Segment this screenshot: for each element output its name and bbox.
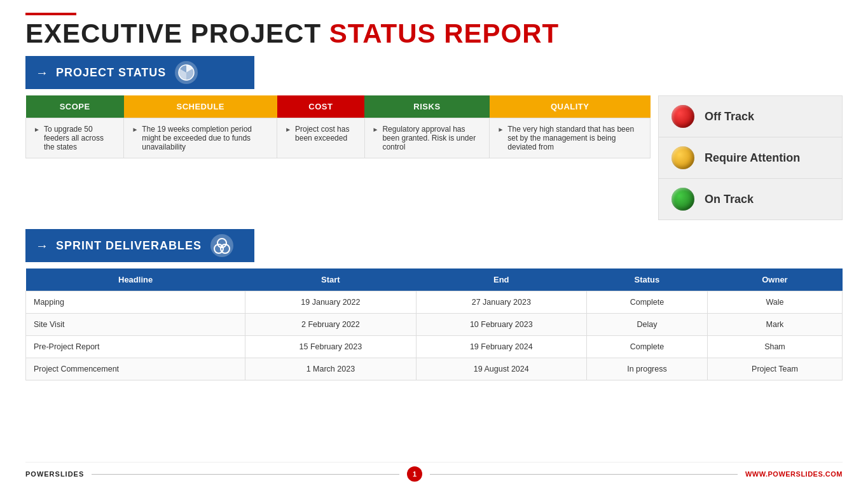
quality-text: The very high standard that has been set…: [507, 125, 642, 151]
legend-off-track-label: Off Track: [705, 110, 754, 123]
status-table: SCOPE SCHEDULE COST RISKS QUALITY ► To u…: [25, 95, 651, 158]
sprint-row: Pre-Project Report15 February 202319 Feb…: [26, 336, 843, 358]
quality-bullet: ► The very high standard that has been s…: [497, 125, 642, 151]
scope-bullet: ► To upgrade 50 feeders all across the s…: [34, 125, 116, 151]
sprint-cell-status: Complete: [586, 336, 707, 358]
pie-chart-icon-container: [175, 61, 198, 84]
red-line: [25, 13, 76, 15]
title-red: STATUS REPORT: [329, 18, 559, 48]
footer: POWERSLIDES 1 WWW.POWERSLIDES.COM: [25, 462, 843, 482]
sprint-cell-owner: Sham: [707, 336, 842, 358]
status-area: SCOPE SCHEDULE COST RISKS QUALITY ► To u…: [25, 95, 843, 220]
sprint-cell-status: Delay: [586, 314, 707, 336]
cost-cell: ► Project cost has been exceeded: [277, 118, 364, 158]
bullet-arrow-4: ►: [373, 126, 379, 133]
scope-text: To upgrade 50 feeders all across the sta…: [44, 125, 116, 151]
risks-bullet: ► Regulatory approval has been granted. …: [373, 125, 482, 151]
sprint-cell-owner: Wale: [707, 291, 842, 314]
legend-require-attention-label: Require Attention: [705, 151, 800, 165]
dot-red: [672, 105, 694, 128]
trinity-icon: [213, 237, 231, 254]
cost-bullet: ► Project cost has been exceeded: [285, 125, 356, 143]
main-title: EXECUTIVE PROJECT STATUS REPORT: [25, 19, 843, 48]
sprint-deliverables-header: → SPRINT DELIVERABLES: [25, 229, 254, 262]
schedule-text: The 19 weeks completion period might be …: [142, 125, 269, 151]
col-risks: RISKS: [364, 95, 490, 118]
sprint-cell-start: 15 February 2023: [245, 336, 416, 358]
sprint-cell-status: Complete: [586, 291, 707, 314]
dot-green: [672, 188, 694, 211]
legend-on-track: On Track: [659, 179, 842, 220]
sprint-row: Mapping19 January 202227 January 2023Com…: [26, 291, 843, 314]
bullet-arrow: ►: [34, 126, 40, 133]
col-schedule: SCHEDULE: [124, 95, 277, 118]
footer-page: 1: [407, 466, 422, 482]
sprint-cell-end: 19 February 2024: [416, 336, 586, 358]
scope-cell: ► To upgrade 50 feeders all across the s…: [26, 118, 124, 158]
schedule-bullet: ► The 19 weeks completion period might b…: [132, 125, 269, 151]
sprint-deliverables-title: SPRINT DELIVERABLES: [56, 239, 202, 253]
sprint-arrow-icon: →: [36, 239, 48, 253]
sprint-cell-end: 10 February 2023: [416, 314, 586, 336]
col-cost: COST: [277, 95, 364, 118]
title-black: EXECUTIVE PROJECT: [25, 18, 329, 48]
footer-line-right: [430, 474, 738, 475]
col-quality: QUALITY: [490, 95, 651, 118]
footer-left: POWERSLIDES: [25, 470, 84, 478]
sprint-cell-end: 19 August 2024: [416, 358, 586, 380]
sprint-col-status: Status: [586, 268, 707, 291]
sprint-cell-headline: Project Commencement: [26, 358, 245, 380]
sprint-col-start: Start: [245, 268, 416, 291]
sprint-cell-start: 19 January 2022: [245, 291, 416, 314]
sprint-table: Headline Start End Status Owner Mapping1…: [25, 268, 843, 380]
page-wrapper: EXECUTIVE PROJECT STATUS REPORT → PROJEC…: [0, 0, 868, 488]
footer-right: WWW.POWERSLIDES.COM: [745, 470, 843, 478]
header-section: EXECUTIVE PROJECT STATUS REPORT: [25, 13, 843, 48]
sprint-cell-owner: Mark: [707, 314, 842, 336]
arrow-icon: →: [36, 66, 48, 80]
legend-require-attention: Require Attention: [659, 137, 842, 179]
footer-line-left: [92, 474, 399, 475]
sprint-col-owner: Owner: [707, 268, 842, 291]
schedule-cell: ► The 19 weeks completion period might b…: [124, 118, 277, 158]
risks-text: Regulatory approval has been granted. Ri…: [382, 125, 481, 151]
col-scope: SCOPE: [26, 95, 124, 118]
sprint-cell-end: 27 January 2023: [416, 291, 586, 314]
status-table-wrapper: SCOPE SCHEDULE COST RISKS QUALITY ► To u…: [25, 95, 651, 220]
trinity-icon-container: [210, 234, 233, 257]
bullet-arrow-3: ►: [285, 126, 291, 133]
bullet-arrow-5: ►: [497, 126, 504, 133]
legend-on-track-label: On Track: [705, 193, 754, 206]
sprint-cell-start: 1 March 2023: [245, 358, 416, 380]
risks-cell: ► Regulatory approval has been granted. …: [364, 118, 490, 158]
sprint-cell-headline: Pre-Project Report: [26, 336, 245, 358]
sprint-cell-start: 2 February 2022: [245, 314, 416, 336]
legend-off-track: Off Track: [659, 96, 842, 137]
cost-text: Project cost has been exceeded: [295, 125, 357, 143]
dot-gold: [672, 146, 694, 169]
legend-panel: Off Track Require Attention On Track: [658, 95, 843, 220]
sprint-cell-headline: Site Visit: [26, 314, 245, 336]
pie-chart-icon: [177, 64, 195, 81]
sprint-col-headline: Headline: [26, 268, 245, 291]
sprint-row: Project Commencement1 March 202319 Augus…: [26, 358, 843, 380]
sprint-cell-owner: Project Team: [707, 358, 842, 380]
bullet-arrow-2: ►: [132, 126, 138, 133]
quality-cell: ► The very high standard that has been s…: [490, 118, 651, 158]
sprint-cell-status: In progress: [586, 358, 707, 380]
project-status-title: PROJECT STATUS: [56, 66, 166, 80]
sprint-cell-headline: Mapping: [26, 291, 245, 314]
sprint-col-end: End: [416, 268, 586, 291]
status-row: ► To upgrade 50 feeders all across the s…: [26, 118, 651, 158]
sprint-row: Site Visit2 February 202210 February 202…: [26, 314, 843, 336]
project-status-header: → PROJECT STATUS: [25, 56, 254, 89]
